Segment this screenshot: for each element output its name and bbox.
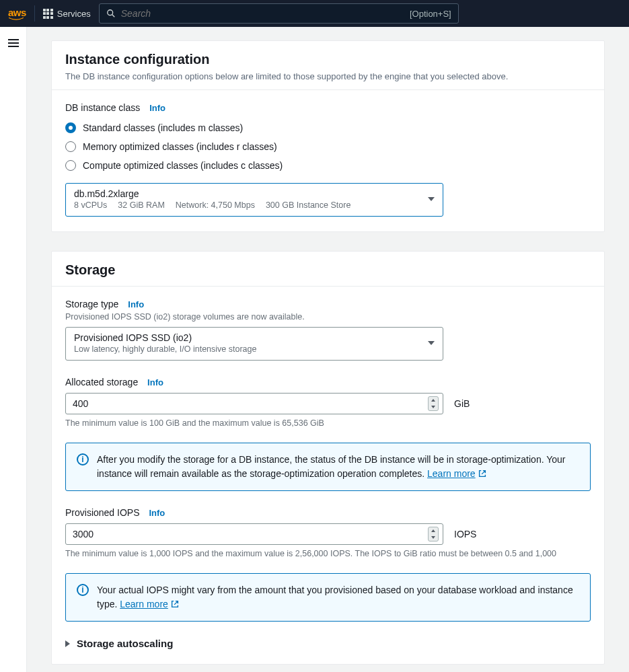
instance-store: 300 GB Instance Store xyxy=(266,200,350,210)
learn-more-link[interactable]: Learn more xyxy=(120,599,180,609)
instance-config-subtitle: The DB instance configuration options be… xyxy=(65,71,591,81)
radio-memory-classes[interactable]: Memory optimized classes (includes r cla… xyxy=(65,141,591,152)
allocated-storage-helper: The minimum value is 100 GiB and the max… xyxy=(65,418,591,428)
chevron-down-icon xyxy=(428,341,435,345)
grid-icon xyxy=(43,9,53,19)
iops-vary-alert: i Your actual IOPS might vary from the a… xyxy=(65,573,591,622)
instance-config-panel: Instance configuration The DB instance c… xyxy=(51,40,605,232)
storage-type-helper: Provisioned IOPS SSD (io2) storage volum… xyxy=(65,312,591,322)
instance-type-select[interactable]: db.m5d.2xlarge 8 vCPUs 32 GiB RAM Networ… xyxy=(65,183,443,217)
provisioned-iops-input-wrap[interactable] xyxy=(65,523,443,545)
storage-autoscaling-expander[interactable]: Storage autoscaling xyxy=(65,638,591,649)
caret-right-icon xyxy=(65,640,70,647)
provisioned-iops-info[interactable]: Info xyxy=(149,508,165,518)
allocated-storage-stepper[interactable] xyxy=(428,396,439,411)
db-instance-class-label: DB instance class xyxy=(65,102,140,113)
instance-type-specs: 8 vCPUs 32 GiB RAM Network: 4,750 Mbps 3… xyxy=(74,200,350,210)
radio-memory-label: Memory optimized classes (includes r cla… xyxy=(83,141,277,152)
radio-icon-checked xyxy=(65,122,76,133)
storage-autoscaling-label: Storage autoscaling xyxy=(77,638,173,649)
radio-icon xyxy=(65,160,76,171)
svg-point-0 xyxy=(107,10,112,15)
instance-vcpu: 8 vCPUs xyxy=(74,200,107,210)
radio-standard-classes[interactable]: Standard classes (includes m classes) xyxy=(65,122,591,133)
storage-type-info[interactable]: Info xyxy=(128,299,144,309)
services-label: Services xyxy=(57,9,91,19)
info-icon: i xyxy=(77,584,89,596)
provisioned-iops-label: Provisioned IOPS xyxy=(65,507,140,518)
aws-logo[interactable]: aws xyxy=(8,7,26,21)
storage-body: Storage type Info Provisioned IOPS SSD (… xyxy=(52,287,604,664)
storage-modify-alert-text: After you modify the storage for a DB in… xyxy=(97,453,579,481)
search-input-wrap[interactable]: [Option+S] xyxy=(99,3,459,24)
storage-type-section: Storage type Info Provisioned IOPS SSD (… xyxy=(65,299,591,361)
allocated-storage-section: Allocated storage Info GiB The minimum v… xyxy=(65,377,591,491)
allocated-storage-info[interactable]: Info xyxy=(147,377,163,387)
instance-ram: 32 GiB RAM xyxy=(118,200,164,210)
storage-header: Storage xyxy=(52,252,604,287)
nav-divider xyxy=(34,5,35,22)
main-content: Instance configuration The DB instance c… xyxy=(27,27,629,672)
allocated-storage-input-wrap[interactable] xyxy=(65,393,443,414)
storage-type-value: Provisioned IOPS SSD (io2) xyxy=(74,332,256,343)
services-button[interactable]: Services xyxy=(43,9,91,19)
storage-modify-alert: i After you modify the storage for a DB … xyxy=(65,443,591,491)
aws-logo-text: aws xyxy=(8,7,26,18)
provisioned-iops-input[interactable] xyxy=(73,529,428,539)
instance-type-name: db.m5d.2xlarge xyxy=(74,188,350,199)
learn-more-link[interactable]: Learn more xyxy=(427,468,487,479)
external-link-icon xyxy=(170,599,180,609)
top-nav: aws Services [Option+S] xyxy=(0,0,629,27)
storage-title: Storage xyxy=(65,262,591,278)
provisioned-iops-unit: IOPS xyxy=(454,529,476,539)
allocated-storage-label: Allocated storage xyxy=(65,377,138,387)
provisioned-iops-helper: The minimum value is 1,000 IOPS and the … xyxy=(65,549,591,558)
instance-network: Network: 4,750 Mbps xyxy=(176,200,255,210)
chevron-down-icon xyxy=(428,197,435,201)
storage-type-sub-text: Low latency, highly durable, I/O intensi… xyxy=(74,344,256,354)
storage-panel: Storage Storage type Info Provisioned IO… xyxy=(51,251,605,665)
instance-config-header: Instance configuration The DB instance c… xyxy=(52,41,604,90)
storage-type-sub: Low latency, highly durable, I/O intensi… xyxy=(74,344,256,354)
radio-icon xyxy=(65,141,76,152)
storage-type-label: Storage type xyxy=(65,299,118,309)
search-input[interactable] xyxy=(121,8,404,19)
radio-standard-label: Standard classes (includes m classes) xyxy=(83,122,243,133)
left-rail xyxy=(0,27,27,672)
allocated-storage-input[interactable] xyxy=(73,398,428,409)
info-icon: i xyxy=(77,453,89,465)
instance-class-radio-group: Standard classes (includes m classes) Me… xyxy=(65,122,591,171)
radio-compute-classes[interactable]: Compute optimized classes (includes c cl… xyxy=(65,160,591,171)
iops-vary-alert-text: Your actual IOPS might vary from the amo… xyxy=(97,583,579,611)
instance-config-body: DB instance class Info Standard classes … xyxy=(52,90,604,231)
radio-compute-label: Compute optimized classes (includes c cl… xyxy=(83,160,283,171)
allocated-storage-unit: GiB xyxy=(454,398,470,409)
provisioned-iops-stepper[interactable] xyxy=(428,527,439,542)
storage-type-select[interactable]: Provisioned IOPS SSD (io2) Low latency, … xyxy=(65,327,443,361)
hamburger-icon[interactable] xyxy=(8,39,19,47)
search-icon xyxy=(106,9,116,18)
search-shortcut-hint: [Option+S] xyxy=(410,9,451,19)
instance-config-title: Instance configuration xyxy=(65,52,591,67)
external-link-icon xyxy=(478,469,487,478)
provisioned-iops-section: Provisioned IOPS Info IOPS The minimum v… xyxy=(65,507,591,622)
alert1-body: After you modify the storage for a DB in… xyxy=(97,454,565,479)
svg-line-1 xyxy=(112,15,114,17)
db-instance-class-info[interactable]: Info xyxy=(149,103,165,113)
